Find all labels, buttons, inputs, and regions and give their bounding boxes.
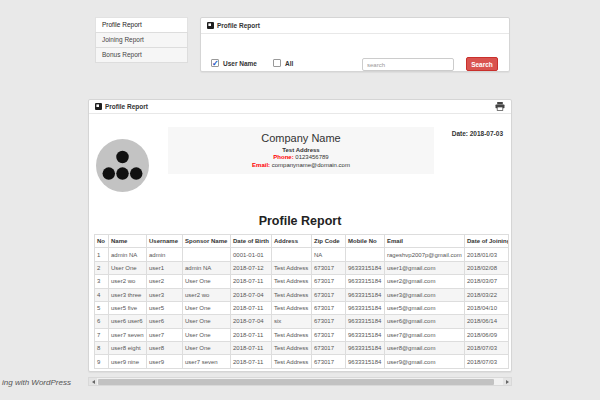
table-cell: 2018-07-04 bbox=[231, 288, 272, 301]
table-cell: 9633315184 bbox=[346, 301, 385, 314]
scroll-right-arrow[interactable] bbox=[503, 378, 511, 385]
table-cell: User One bbox=[183, 301, 231, 314]
table-cell: user8@gmail.com bbox=[385, 342, 465, 355]
search-input[interactable] bbox=[362, 58, 454, 71]
table-cell: Test Address bbox=[272, 342, 312, 355]
table-cell: user2 wo bbox=[109, 275, 147, 288]
table-cell: 673017 bbox=[312, 288, 346, 301]
username-checkbox-label: User Name bbox=[223, 60, 257, 67]
filter-panel-header: Profile Report bbox=[201, 18, 509, 34]
phone-label: Phone: bbox=[273, 154, 293, 160]
username-checkbox[interactable] bbox=[211, 59, 219, 67]
table-cell: 2018-07-11 bbox=[231, 275, 272, 288]
table-cell: Test Address bbox=[272, 261, 312, 274]
report-sidebar: Profile Report Joining Report Bonus Repo… bbox=[95, 18, 188, 63]
wordpress-footer-text: ing with WordPress bbox=[2, 378, 71, 387]
report-panel: Profile Report Company Name Test Address… bbox=[88, 99, 512, 372]
filter-panel-title: Profile Report bbox=[217, 22, 260, 29]
print-button[interactable] bbox=[495, 102, 505, 111]
table-cell: Test Address bbox=[272, 288, 312, 301]
checkbox-row: User Name All bbox=[211, 59, 293, 67]
table-cell: user9@gmail.com bbox=[385, 355, 465, 368]
table-cell: 2018/06/14 bbox=[465, 315, 509, 328]
column-header: Username bbox=[147, 235, 183, 248]
table-cell: user9 nine bbox=[109, 355, 147, 368]
sidebar-item-profile-report[interactable]: Profile Report bbox=[95, 17, 188, 33]
table-cell: 7 bbox=[95, 328, 109, 341]
table-cell: NA bbox=[312, 248, 346, 261]
email-label: Email: bbox=[252, 162, 270, 168]
table-cell: user1@gmail.com bbox=[385, 261, 465, 274]
table-cell: 2018-07-12 bbox=[231, 261, 272, 274]
table-cell: six bbox=[272, 315, 312, 328]
report-icon bbox=[95, 103, 102, 110]
table-cell: user2 wo bbox=[183, 288, 231, 301]
table-cell: user3 bbox=[147, 288, 183, 301]
table-cell: 2018-07-11 bbox=[231, 355, 272, 368]
all-checkbox[interactable] bbox=[273, 59, 281, 67]
table-cell: User One bbox=[183, 328, 231, 341]
table-cell: user3 three bbox=[109, 288, 147, 301]
table-row: 2User Oneuser1admin NA2018-07-12Test Add… bbox=[95, 261, 509, 274]
table-row: 4user3 threeuser3user2 wo2018-07-04Test … bbox=[95, 288, 509, 301]
table-cell: 9633315184 bbox=[346, 261, 385, 274]
table-cell: user5 five bbox=[109, 301, 147, 314]
report-panel-header: Profile Report bbox=[89, 100, 511, 114]
right-triangle-icon bbox=[506, 380, 509, 384]
table-cell: User One bbox=[183, 342, 231, 355]
scrollbar-thumb[interactable] bbox=[98, 379, 494, 385]
table-cell: rageshvp2007p@gmail.com bbox=[385, 248, 465, 261]
sidebar-item-joining-report[interactable]: Joining Report bbox=[95, 32, 188, 48]
column-header: Address bbox=[272, 235, 312, 248]
column-header: Date of Joining bbox=[465, 235, 509, 248]
printer-icon bbox=[495, 102, 505, 111]
table-cell: 9633315184 bbox=[346, 288, 385, 301]
company-info-block: Company Name Test Address Phone: 0123456… bbox=[168, 127, 434, 174]
table-cell: 673017 bbox=[312, 355, 346, 368]
report-heading: Profile Report bbox=[89, 214, 511, 228]
sidebar-item-bonus-report[interactable]: Bonus Report bbox=[95, 47, 188, 63]
report-icon bbox=[207, 22, 214, 29]
table-cell: user7 seven bbox=[109, 328, 147, 341]
company-logo bbox=[96, 139, 149, 192]
profile-report-table: NoNameUsernameSponsor NameDate of BirthA… bbox=[94, 234, 509, 369]
table-row: 8user8 eightuser8User One2018-07-11Test … bbox=[95, 342, 509, 355]
table-row: 9user9 nineuser9user7 seven2018-07-11Tes… bbox=[95, 355, 509, 368]
table-cell: 9 bbox=[95, 355, 109, 368]
search-button[interactable]: Search bbox=[466, 57, 498, 71]
table-cell: 673017 bbox=[312, 342, 346, 355]
table-cell: 673017 bbox=[312, 275, 346, 288]
table-cell: 2 bbox=[95, 261, 109, 274]
table-body: 1admin NAadmin0001-01-01NArageshvp2007p@… bbox=[95, 248, 509, 368]
table-cell: user7 seven bbox=[183, 355, 231, 368]
table-cell: user2@gmail.com bbox=[385, 275, 465, 288]
table-cell: Test Address bbox=[272, 301, 312, 314]
column-header: Mobile No bbox=[346, 235, 385, 248]
table-cell: 2018/02/08 bbox=[465, 261, 509, 274]
table-cell: 2018/01/03 bbox=[465, 248, 509, 261]
report-panel-title: Profile Report bbox=[105, 103, 148, 110]
table-cell: 673017 bbox=[312, 315, 346, 328]
table-cell bbox=[183, 248, 231, 261]
filter-panel: Profile Report User Name All Search bbox=[200, 17, 510, 72]
left-triangle-icon bbox=[92, 380, 95, 384]
table-cell: admin bbox=[147, 248, 183, 261]
horizontal-scrollbar[interactable] bbox=[88, 377, 512, 386]
table-cell: Test Address bbox=[272, 275, 312, 288]
table-cell: 1 bbox=[95, 248, 109, 261]
email-value: companyname@domain.com bbox=[272, 162, 350, 168]
all-checkbox-label: All bbox=[285, 60, 293, 67]
table-cell: 673017 bbox=[312, 328, 346, 341]
company-email-line: Email: companyname@domain.com bbox=[168, 162, 434, 168]
table-cell: User One bbox=[183, 275, 231, 288]
table-cell: 673017 bbox=[312, 261, 346, 274]
scroll-left-arrow[interactable] bbox=[89, 378, 97, 385]
column-header: Date of Birth bbox=[231, 235, 272, 248]
table-cell: 2018-07-11 bbox=[231, 301, 272, 314]
table-cell: 2018/03/07 bbox=[465, 275, 509, 288]
table-cell: 9633315184 bbox=[346, 328, 385, 341]
table-row: 5user5 fiveuser5User One2018-07-11Test A… bbox=[95, 301, 509, 314]
column-header: No bbox=[95, 235, 109, 248]
table-cell: user9 bbox=[147, 355, 183, 368]
table-cell: 5 bbox=[95, 301, 109, 314]
